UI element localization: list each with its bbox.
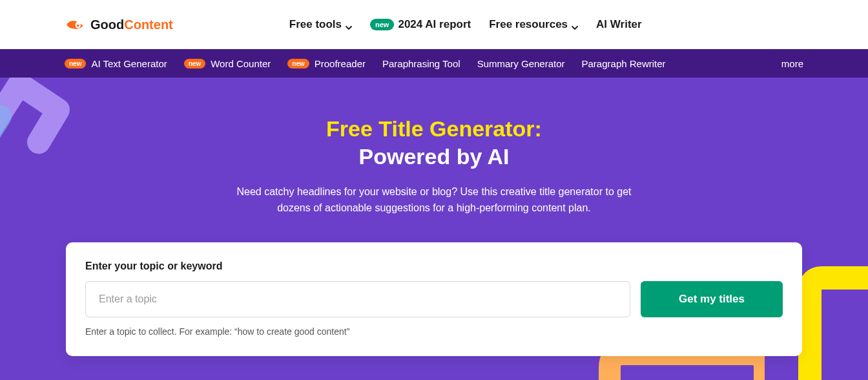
logo-text: GoodContent: [90, 17, 173, 32]
title-line-1: Free Title Generator:: [326, 116, 542, 141]
nav-free-resources[interactable]: Free resources: [489, 18, 578, 31]
top-nav: Free tools new 2024 AI report Free resou…: [289, 18, 642, 31]
generator-card: Enter your topic or keyword Get my title…: [66, 242, 802, 356]
nav-label: 2024 AI report: [398, 18, 471, 31]
subnav-label: Word Counter: [211, 58, 271, 69]
input-row: Get my titles: [85, 281, 783, 317]
more-label: more: [781, 58, 803, 69]
new-badge: new: [370, 19, 394, 30]
get-titles-button[interactable]: Get my titles: [641, 281, 783, 317]
subnav-proofreader[interactable]: new Proofreader: [287, 58, 366, 69]
nav-label: AI Writer: [596, 18, 642, 31]
top-header: GoodContent Free tools new 2024 AI repor…: [0, 0, 868, 49]
logo-word-content: Content: [124, 17, 173, 32]
nav-ai-writer[interactable]: AI Writer: [596, 18, 642, 31]
page-title: Free Title Generator: Powered by AI: [0, 115, 868, 170]
subnav-label: AI Text Generator: [91, 58, 167, 69]
subnav-word-counter[interactable]: new Word Counter: [184, 58, 271, 69]
subnav-label: Paraphrasing Tool: [382, 58, 460, 69]
flame-icon: [65, 17, 85, 32]
subnav-paragraph-rewriter[interactable]: Paragraph Rewriter: [582, 58, 666, 69]
topic-input[interactable]: [85, 281, 630, 317]
subnav-label: Proofreader: [315, 58, 366, 69]
subnav-paraphrasing-tool[interactable]: Paraphrasing Tool: [382, 58, 460, 69]
input-hint: Enter a topic to collect. For example: “…: [85, 326, 783, 337]
hero-section: Free Title Generator: Powered by AI Need…: [0, 78, 868, 380]
subnav-more[interactable]: more: [781, 58, 803, 69]
input-label: Enter your topic or keyword: [85, 260, 783, 272]
chevron-down-icon: [572, 21, 578, 28]
subnav-summary-generator[interactable]: Summary Generator: [477, 58, 565, 69]
subnav-label: Summary Generator: [477, 58, 565, 69]
sub-nav: new AI Text Generator new Word Counter n…: [0, 49, 868, 78]
nav-label: Free tools: [289, 18, 342, 31]
nav-ai-report[interactable]: new 2024 AI report: [370, 18, 471, 31]
new-badge: new: [287, 59, 309, 69]
nav-label: Free resources: [489, 18, 568, 31]
svg-point-1: [77, 25, 79, 27]
logo[interactable]: GoodContent: [65, 17, 173, 32]
new-badge: new: [184, 59, 205, 69]
logo-word-good: Good: [90, 17, 124, 32]
nav-free-tools[interactable]: Free tools: [289, 18, 352, 31]
new-badge: new: [65, 59, 86, 69]
subnav-ai-text-generator[interactable]: new AI Text Generator: [65, 58, 167, 69]
chevron-down-icon: [346, 21, 352, 28]
title-line-2: Powered by AI: [358, 144, 509, 169]
subnav-label: Paragraph Rewriter: [582, 58, 666, 69]
page-subtitle: Need catchy headlines for your website o…: [227, 184, 641, 216]
